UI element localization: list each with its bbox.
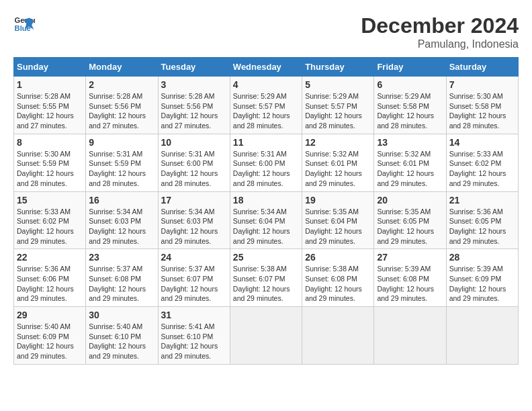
- calendar-cell: 26Sunrise: 5:38 AM Sunset: 6:08 PM Dayli…: [302, 249, 374, 307]
- calendar-cell: 17Sunrise: 5:34 AM Sunset: 6:03 PM Dayli…: [158, 191, 230, 249]
- column-header-saturday: Saturday: [446, 58, 518, 77]
- calendar-cell: 15Sunrise: 5:33 AM Sunset: 6:02 PM Dayli…: [14, 191, 86, 249]
- calendar-cell: [374, 307, 446, 365]
- calendar-cell: 19Sunrise: 5:35 AM Sunset: 6:04 PM Dayli…: [302, 191, 374, 249]
- calendar-cell: 9Sunrise: 5:31 AM Sunset: 5:59 PM Daylig…: [86, 134, 158, 191]
- header: General Blue December 2024 Pamulang, Ind…: [13, 13, 519, 50]
- day-info: Sunrise: 5:32 AM Sunset: 6:01 PM Dayligh…: [305, 149, 371, 189]
- calendar-cell: 3Sunrise: 5:28 AM Sunset: 5:56 PM Daylig…: [158, 77, 230, 134]
- day-number: 1: [17, 79, 83, 90]
- calendar-cell: 12Sunrise: 5:32 AM Sunset: 6:01 PM Dayli…: [302, 134, 374, 191]
- day-info: Sunrise: 5:30 AM Sunset: 5:58 PM Dayligh…: [449, 91, 515, 131]
- day-info: Sunrise: 5:33 AM Sunset: 6:02 PM Dayligh…: [17, 207, 83, 246]
- day-number: 10: [161, 137, 227, 148]
- day-info: Sunrise: 5:37 AM Sunset: 6:07 PM Dayligh…: [161, 264, 227, 304]
- day-number: 2: [89, 79, 154, 90]
- day-info: Sunrise: 5:34 AM Sunset: 6:03 PM Dayligh…: [89, 207, 154, 246]
- calendar-cell: 29Sunrise: 5:40 AM Sunset: 6:09 PM Dayli…: [14, 307, 86, 365]
- day-info: Sunrise: 5:40 AM Sunset: 6:09 PM Dayligh…: [17, 322, 83, 361]
- column-header-friday: Friday: [374, 58, 446, 77]
- calendar-cell: 16Sunrise: 5:34 AM Sunset: 6:03 PM Dayli…: [86, 191, 158, 249]
- day-number: 16: [89, 195, 154, 205]
- day-info: Sunrise: 5:35 AM Sunset: 6:05 PM Dayligh…: [377, 207, 443, 246]
- day-number: 31: [161, 310, 227, 320]
- calendar-week-2: 8Sunrise: 5:30 AM Sunset: 5:59 PM Daylig…: [14, 134, 519, 191]
- calendar-cell: 21Sunrise: 5:36 AM Sunset: 6:05 PM Dayli…: [446, 191, 518, 249]
- day-number: 22: [17, 252, 83, 263]
- day-number: 23: [89, 252, 154, 263]
- day-info: Sunrise: 5:34 AM Sunset: 6:03 PM Dayligh…: [161, 207, 227, 246]
- day-info: Sunrise: 5:35 AM Sunset: 6:04 PM Dayligh…: [305, 207, 371, 246]
- calendar-week-1: 1Sunrise: 5:28 AM Sunset: 5:55 PM Daylig…: [14, 77, 519, 134]
- calendar-body: 1Sunrise: 5:28 AM Sunset: 5:55 PM Daylig…: [14, 77, 519, 365]
- column-header-sunday: Sunday: [14, 58, 86, 77]
- day-number: 8: [17, 137, 83, 148]
- day-info: Sunrise: 5:28 AM Sunset: 5:56 PM Dayligh…: [89, 91, 154, 131]
- calendar-cell: [230, 307, 302, 365]
- day-number: 7: [449, 79, 515, 90]
- day-info: Sunrise: 5:28 AM Sunset: 5:56 PM Dayligh…: [161, 91, 227, 131]
- calendar-cell: [302, 307, 374, 365]
- day-info: Sunrise: 5:38 AM Sunset: 6:08 PM Dayligh…: [305, 264, 371, 304]
- day-info: Sunrise: 5:38 AM Sunset: 6:07 PM Dayligh…: [233, 264, 299, 304]
- calendar-cell: 5Sunrise: 5:29 AM Sunset: 5:57 PM Daylig…: [302, 77, 374, 134]
- calendar-cell: 28Sunrise: 5:39 AM Sunset: 6:09 PM Dayli…: [446, 249, 518, 307]
- calendar-week-4: 22Sunrise: 5:36 AM Sunset: 6:06 PM Dayli…: [14, 249, 519, 307]
- day-info: Sunrise: 5:40 AM Sunset: 6:10 PM Dayligh…: [89, 322, 154, 361]
- day-info: Sunrise: 5:29 AM Sunset: 5:57 PM Dayligh…: [305, 91, 371, 131]
- day-number: 17: [161, 195, 227, 205]
- subtitle: Pamulang, Indonesia: [361, 38, 519, 50]
- day-number: 25: [233, 252, 299, 263]
- calendar-cell: 31Sunrise: 5:41 AM Sunset: 6:10 PM Dayli…: [158, 307, 230, 365]
- calendar-cell: 22Sunrise: 5:36 AM Sunset: 6:06 PM Dayli…: [14, 249, 86, 307]
- day-info: Sunrise: 5:29 AM Sunset: 5:58 PM Dayligh…: [377, 91, 443, 131]
- day-info: Sunrise: 5:30 AM Sunset: 5:59 PM Dayligh…: [17, 149, 83, 189]
- day-info: Sunrise: 5:31 AM Sunset: 6:00 PM Dayligh…: [233, 149, 299, 189]
- column-header-tuesday: Tuesday: [158, 58, 230, 77]
- day-number: 11: [233, 137, 299, 148]
- calendar-cell: 6Sunrise: 5:29 AM Sunset: 5:58 PM Daylig…: [374, 77, 446, 134]
- day-number: 13: [377, 137, 443, 148]
- day-number: 15: [17, 195, 83, 205]
- calendar-cell: 20Sunrise: 5:35 AM Sunset: 6:05 PM Dayli…: [374, 191, 446, 249]
- day-number: 30: [89, 310, 154, 320]
- day-info: Sunrise: 5:34 AM Sunset: 6:04 PM Dayligh…: [233, 207, 299, 246]
- calendar-week-3: 15Sunrise: 5:33 AM Sunset: 6:02 PM Dayli…: [14, 191, 519, 249]
- calendar-header-row: SundayMondayTuesdayWednesdayThursdayFrid…: [14, 58, 519, 77]
- calendar-cell: 8Sunrise: 5:30 AM Sunset: 5:59 PM Daylig…: [14, 134, 86, 191]
- day-number: 12: [305, 137, 371, 148]
- day-number: 27: [377, 252, 443, 263]
- calendar-cell: 18Sunrise: 5:34 AM Sunset: 6:04 PM Dayli…: [230, 191, 302, 249]
- day-info: Sunrise: 5:39 AM Sunset: 6:09 PM Dayligh…: [449, 264, 515, 304]
- day-number: 20: [377, 195, 443, 205]
- calendar-cell: 13Sunrise: 5:32 AM Sunset: 6:01 PM Dayli…: [374, 134, 446, 191]
- calendar-cell: 27Sunrise: 5:39 AM Sunset: 6:08 PM Dayli…: [374, 249, 446, 307]
- day-info: Sunrise: 5:36 AM Sunset: 6:06 PM Dayligh…: [17, 264, 83, 304]
- day-number: 18: [233, 195, 299, 205]
- day-number: 24: [161, 252, 227, 263]
- day-number: 5: [305, 79, 371, 90]
- calendar-table: SundayMondayTuesdayWednesdayThursdayFrid…: [13, 57, 519, 365]
- day-info: Sunrise: 5:29 AM Sunset: 5:57 PM Dayligh…: [233, 91, 299, 131]
- logo-icon: General Blue: [13, 13, 35, 35]
- calendar-week-5: 29Sunrise: 5:40 AM Sunset: 6:09 PM Dayli…: [14, 307, 519, 365]
- column-header-thursday: Thursday: [302, 58, 374, 77]
- calendar-cell: 1Sunrise: 5:28 AM Sunset: 5:55 PM Daylig…: [14, 77, 86, 134]
- day-number: 28: [449, 252, 515, 263]
- calendar-cell: 23Sunrise: 5:37 AM Sunset: 6:08 PM Dayli…: [86, 249, 158, 307]
- logo: General Blue: [13, 13, 35, 35]
- day-number: 29: [17, 310, 83, 320]
- day-info: Sunrise: 5:32 AM Sunset: 6:01 PM Dayligh…: [377, 149, 443, 189]
- day-number: 3: [161, 79, 227, 90]
- day-info: Sunrise: 5:36 AM Sunset: 6:05 PM Dayligh…: [449, 207, 515, 246]
- calendar-cell: [446, 307, 518, 365]
- day-number: 21: [449, 195, 515, 205]
- calendar-cell: 24Sunrise: 5:37 AM Sunset: 6:07 PM Dayli…: [158, 249, 230, 307]
- day-info: Sunrise: 5:41 AM Sunset: 6:10 PM Dayligh…: [161, 322, 227, 361]
- calendar-cell: 11Sunrise: 5:31 AM Sunset: 6:00 PM Dayli…: [230, 134, 302, 191]
- day-info: Sunrise: 5:31 AM Sunset: 6:00 PM Dayligh…: [161, 149, 227, 189]
- day-number: 9: [89, 137, 154, 148]
- day-number: 14: [449, 137, 515, 148]
- calendar-cell: 25Sunrise: 5:38 AM Sunset: 6:07 PM Dayli…: [230, 249, 302, 307]
- day-number: 6: [377, 79, 443, 90]
